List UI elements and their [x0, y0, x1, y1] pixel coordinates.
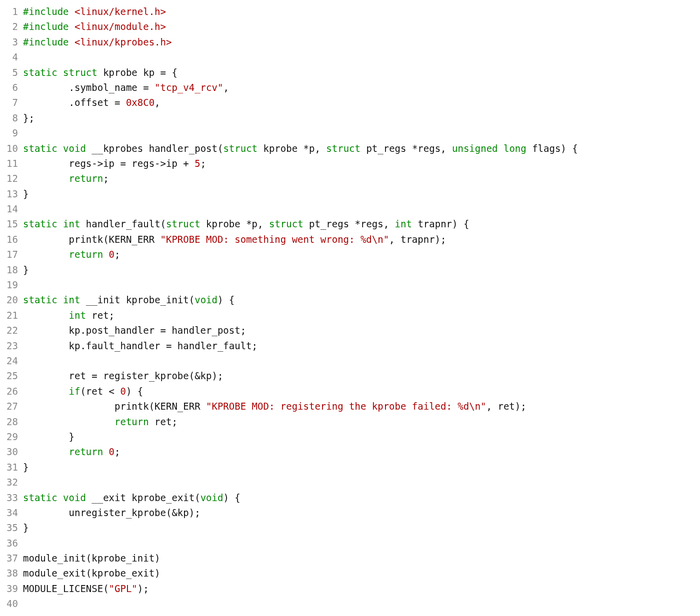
token-id: trapnr) { — [412, 218, 469, 229]
token-id — [23, 173, 69, 184]
token-pp: #include — [23, 6, 74, 17]
code-content: #include <linux/module.h> — [23, 19, 700, 34]
code-content: .symbol_name = "tcp_v4_rcv", — [23, 80, 700, 95]
token-id — [23, 249, 69, 260]
token-kw: struct — [223, 143, 258, 154]
code-content: return ret; — [23, 414, 700, 429]
code-line: 22 kp.post_handler = handler_post; — [0, 323, 700, 338]
code-line: 3#include <linux/kprobes.h> — [0, 34, 700, 49]
line-number: 38 — [0, 566, 23, 581]
token-id: , trapnr); — [389, 234, 446, 245]
token-id: pt_regs *regs, — [304, 218, 395, 229]
line-number: 37 — [0, 551, 23, 566]
line-number: 15 — [0, 216, 23, 231]
token-id — [103, 249, 108, 260]
code-content: static void __exit kprobe_exit(void) { — [23, 490, 700, 505]
code-line: 32 — [0, 475, 700, 490]
code-line: 10static void __kprobes handler_post(str… — [0, 141, 700, 156]
token-num: 0 — [109, 249, 114, 260]
token-id: ret; — [149, 416, 178, 427]
line-number: 7 — [0, 95, 23, 110]
code-line: 20static int __init kprobe_init(void) { — [0, 292, 700, 307]
code-content: #include <linux/kprobes.h> — [23, 34, 700, 49]
code-content: static int __init kprobe_init(void) { — [23, 292, 700, 307]
line-number: 36 — [0, 536, 23, 551]
code-content: kp.post_handler = handler_post; — [23, 323, 700, 338]
code-content: if(ret < 0) { — [23, 384, 700, 399]
line-number: 23 — [0, 338, 23, 353]
token-kw: unsigned — [452, 143, 498, 154]
code-content: module_init(kprobe_init) — [23, 551, 700, 566]
token-id: unregister_kprobe(&kp); — [23, 507, 200, 518]
code-content — [23, 201, 700, 216]
line-number: 9 — [0, 125, 23, 140]
line-number: 29 — [0, 429, 23, 444]
line-number: 16 — [0, 232, 23, 247]
token-id: } — [23, 431, 74, 442]
token-inc: <linux/kprobes.h> — [74, 36, 172, 47]
code-line: 24 — [0, 353, 700, 368]
token-str: "KPROBE MOD: registering the kprobe fail… — [206, 401, 486, 412]
token-id: ; — [114, 446, 120, 457]
token-num: 0x8C0 — [126, 97, 154, 108]
token-id: ; — [103, 173, 108, 184]
token-num: 0 — [109, 446, 114, 457]
code-content: } — [23, 262, 700, 277]
code-line: 34 unregister_kprobe(&kp); — [0, 505, 700, 520]
code-line: 9 — [0, 125, 700, 140]
line-number: 1 — [0, 4, 23, 19]
code-content: return 0; — [23, 247, 700, 262]
token-kw: static — [23, 294, 58, 305]
code-line: 15static int handler_fault(struct kprobe… — [0, 216, 700, 231]
token-id: } — [23, 264, 28, 275]
token-kw: int — [63, 218, 80, 229]
token-kw: struct — [269, 218, 304, 229]
line-number: 18 — [0, 262, 23, 277]
line-number: 21 — [0, 308, 23, 323]
token-kw: static — [23, 492, 58, 503]
token-kw: int — [63, 294, 80, 305]
code-line: 6 .symbol_name = "tcp_v4_rcv", — [0, 80, 700, 95]
code-content: static void __kprobes handler_post(struc… — [23, 141, 700, 156]
token-kw: return — [69, 173, 104, 184]
code-line: 5static struct kprobe kp = { — [0, 65, 700, 80]
token-id: , — [223, 82, 228, 93]
code-line: 33static void __exit kprobe_exit(void) { — [0, 490, 700, 505]
token-pp: #include — [23, 21, 74, 32]
code-line: 17 return 0; — [0, 247, 700, 262]
token-id — [58, 492, 63, 503]
code-content: kp.fault_handler = handler_fault; — [23, 338, 700, 353]
token-num: 0 — [120, 386, 126, 397]
token-id: ) { — [218, 294, 234, 305]
code-line: 7 .offset = 0x8C0, — [0, 95, 700, 110]
token-id: kprobe *p, — [258, 143, 326, 154]
token-id: ; — [114, 249, 120, 260]
code-content: regs->ip = regs->ip + 5; — [23, 156, 700, 171]
code-content: module_exit(kprobe_exit) — [23, 566, 700, 581]
token-id — [103, 446, 108, 457]
code-content — [23, 475, 700, 490]
token-str: "GPL" — [109, 583, 138, 594]
token-id: module_init(kprobe_init) — [23, 553, 160, 564]
line-number: 28 — [0, 414, 23, 429]
line-number: 27 — [0, 399, 23, 414]
code-content: .offset = 0x8C0, — [23, 95, 700, 110]
code-content: } — [23, 520, 700, 535]
code-line: 12 return; — [0, 171, 700, 186]
line-number: 5 — [0, 65, 23, 80]
token-kw: static — [23, 143, 58, 154]
line-number: 33 — [0, 490, 23, 505]
code-line: 11 regs->ip = regs->ip + 5; — [0, 156, 700, 171]
token-id — [58, 294, 63, 305]
token-id: printk(KERN_ERR — [23, 234, 160, 245]
code-line: 27 printk(KERN_ERR "KPROBE MOD: register… — [0, 399, 700, 414]
line-number: 25 — [0, 368, 23, 383]
token-id — [23, 446, 69, 457]
code-line: 19 — [0, 277, 700, 292]
token-id: ; — [200, 158, 206, 169]
code-content: int ret; — [23, 308, 700, 323]
token-id — [23, 386, 69, 397]
line-number: 40 — [0, 596, 23, 611]
code-line: 21 int ret; — [0, 308, 700, 323]
code-content: return 0; — [23, 444, 700, 459]
